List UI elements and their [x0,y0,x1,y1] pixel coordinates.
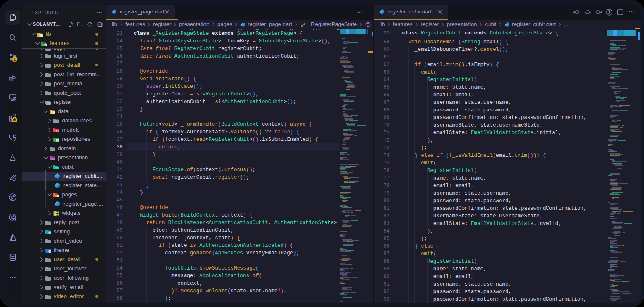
svg-text:1: 1 [14,57,16,61]
